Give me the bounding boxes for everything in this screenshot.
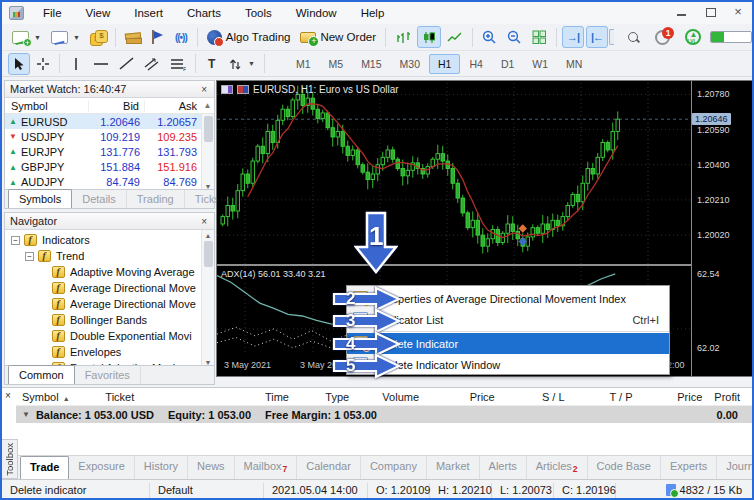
menu-item[interactable]: Tools (233, 4, 284, 22)
navigator-tab[interactable]: Favorites (75, 366, 141, 384)
timeframe-button[interactable]: W1 (523, 54, 557, 74)
fibonacci-button[interactable]: F (166, 53, 190, 75)
trendline-button[interactable] (115, 53, 138, 75)
restore-button[interactable] (704, 6, 716, 18)
timeframe-button[interactable]: MN (557, 54, 591, 74)
timeframe-button[interactable]: M5 (320, 54, 353, 74)
zoom-out-button[interactable] (503, 26, 526, 48)
balance-row[interactable]: ▼ Balance: 1 053.00 USD Equity: 1 053.00… (16, 406, 752, 423)
menu-item[interactable]: Insert (122, 4, 175, 22)
deposit-button[interactable] (86, 26, 110, 48)
market-watch-tab[interactable]: Symbols (8, 189, 72, 208)
status-profile[interactable]: Default (150, 483, 264, 498)
column-header[interactable]: Profit (708, 391, 752, 403)
toolbox-tab[interactable]: Market (427, 456, 480, 479)
notifications-button[interactable]: 1 (651, 26, 674, 48)
toolbox-tab[interactable]: Alerts (480, 456, 527, 479)
toolbox-tab[interactable]: Exposure (69, 456, 134, 479)
new-chart-button[interactable]: ▼ (8, 26, 45, 48)
alerts-button[interactable] (146, 26, 168, 48)
level-button[interactable] (681, 26, 705, 48)
timeframe-button[interactable]: H4 (460, 54, 491, 74)
auto-scroll-button[interactable]: →| (562, 26, 584, 48)
toolbox-tab[interactable]: History (135, 456, 188, 479)
toolbox-tab[interactable]: News (188, 456, 235, 479)
history-center-button[interactable] (121, 26, 144, 48)
menu-item[interactable]: Charts (175, 4, 233, 22)
navigator-title[interactable]: Navigator × (5, 213, 214, 230)
toolbox-tab[interactable]: Experts (661, 456, 717, 479)
scrollbar-thumb[interactable] (204, 116, 213, 142)
menu-item[interactable]: Window (284, 4, 349, 22)
navigator-tab[interactable]: Common (8, 365, 75, 384)
tree-item[interactable]: Average Directional Move (5, 280, 214, 296)
column-header[interactable]: Price (425, 391, 501, 403)
expand-icon[interactable]: − (11, 236, 20, 245)
signals-button[interactable] (170, 26, 192, 48)
tree-item[interactable]: Average Directional Move (5, 296, 214, 312)
toolbox-tab[interactable]: Journal (717, 456, 754, 479)
vertical-line-button[interactable] (65, 53, 87, 75)
timeframe-button[interactable]: H1 (429, 54, 460, 74)
toolbox-side-tab[interactable]: Toolbox (2, 439, 18, 479)
toolbox-tab[interactable]: Company (361, 456, 427, 479)
crosshair-button[interactable] (32, 53, 54, 75)
menu-item[interactable]: File (31, 4, 74, 22)
timeframe-button[interactable]: M1 (287, 54, 320, 74)
symbol-row[interactable]: USDJPY 109.219 109.235 (5, 129, 214, 144)
market-watch-scrollbar[interactable]: ▼ (201, 114, 214, 190)
symbol-row[interactable]: EURJPY 131.776 131.793 (5, 144, 214, 159)
scroll-up-icon[interactable]: ▲ (205, 232, 212, 239)
column-header[interactable]: Volume (355, 391, 425, 403)
algo-trading-button[interactable]: Algo Trading (203, 26, 295, 48)
expand-icon[interactable]: − (25, 252, 34, 261)
text-tool-button[interactable]: T (201, 53, 223, 75)
toolbox-tab[interactable]: Mailbox7 (235, 456, 298, 479)
symbol-row[interactable]: EURUSD 1.20646 1.20657 (5, 114, 214, 129)
tree-item[interactable]: Bollinger Bands (5, 312, 214, 328)
column-header[interactable]: Price (638, 391, 708, 403)
equidistant-channel-button[interactable] (140, 53, 164, 75)
search-button[interactable] (622, 26, 644, 48)
close-button[interactable]: × (732, 6, 744, 18)
tree-item[interactable]: − Trend (5, 248, 214, 264)
market-watch-tab[interactable]: Trading (127, 190, 185, 208)
close-icon[interactable]: × (199, 216, 209, 227)
toolbox-tab[interactable]: Code Base (588, 456, 661, 479)
cursor-button[interactable] (8, 53, 30, 75)
column-header[interactable]: T / P (571, 391, 639, 403)
tree-item[interactable]: Adaptive Moving Average (5, 264, 214, 280)
tile-windows-button[interactable] (528, 26, 551, 48)
symbol-row[interactable]: AUDJPY 84.749 84.769 (5, 175, 214, 190)
column-header[interactable]: S / L (501, 391, 571, 403)
close-icon[interactable]: × (5, 390, 11, 401)
timeframe-button[interactable]: D1 (492, 54, 523, 74)
zoom-in-button[interactable] (478, 26, 501, 48)
market-watch-title[interactable]: Market Watch: 16:40:47 × (5, 81, 214, 98)
scrollbar-thumb[interactable] (204, 241, 213, 267)
collapse-icon[interactable]: ▼ (22, 410, 30, 419)
toolbox-tab[interactable]: Articles2 (527, 456, 588, 479)
bar-chart-button[interactable] (391, 26, 415, 48)
column-symbol[interactable]: Symbol (5, 100, 89, 112)
column-header[interactable]: Symbol▲ (16, 391, 99, 403)
tree-item[interactable]: − Indicators (5, 232, 214, 248)
menu-item[interactable]: View (74, 4, 123, 22)
column-header[interactable]: Type (295, 391, 355, 403)
tree-item[interactable]: Double Exponential Movi (5, 328, 214, 344)
arrows-tool-button[interactable]: ▼ (225, 53, 259, 75)
scroll-up-icon[interactable]: ▲ (201, 101, 214, 110)
close-icon[interactable]: × (199, 84, 209, 95)
profiles-button[interactable]: ▼ (47, 26, 84, 48)
toolbox-tab[interactable]: Calendar (297, 456, 361, 479)
tree-item[interactable]: Envelopes (5, 344, 214, 360)
horizontal-line-button[interactable] (89, 53, 113, 75)
minimize-button[interactable] (676, 6, 688, 18)
column-bid[interactable]: Bid (89, 100, 145, 112)
chart-shift-button[interactable]: |← (586, 26, 608, 48)
timeframe-button[interactable]: M15 (352, 54, 390, 74)
column-ask[interactable]: Ask (145, 100, 201, 112)
toolbox-tab[interactable]: Trade (20, 456, 69, 479)
menu-item[interactable]: Help (349, 4, 397, 22)
navigator-scrollbar[interactable]: ▲ ▼ (201, 230, 214, 366)
